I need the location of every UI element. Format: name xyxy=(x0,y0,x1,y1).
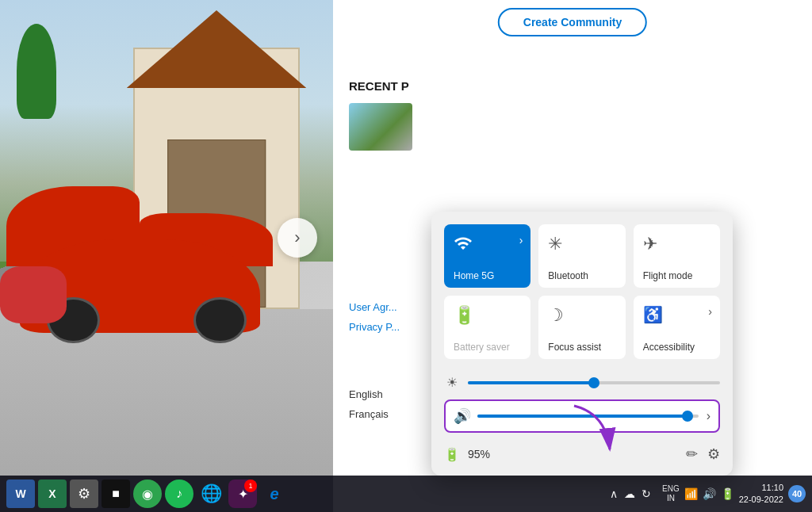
quick-settings-bottom-icons: ✏ ⚙ xyxy=(686,445,720,463)
settings-icon[interactable]: ⚙ xyxy=(70,480,98,508)
car-wheel-right xyxy=(193,297,247,344)
cloud-icon[interactable]: ☁ xyxy=(624,487,635,500)
volume-track[interactable] xyxy=(477,415,699,418)
taskbar-right: ∧ ☁ ↻ ENG IN 📶 🔊 🔋 11:10 22-09-2022 40 xyxy=(610,482,806,506)
settings-icon[interactable]: ⚙ xyxy=(707,445,720,463)
battery-saver-icon: 🔋 xyxy=(454,305,523,326)
edge-icon[interactable]: e xyxy=(260,480,289,508)
language-francais[interactable]: Français xyxy=(349,408,389,420)
battery-tray-icon[interactable]: 🔋 xyxy=(721,487,734,500)
clock[interactable]: 11:10 22-09-2022 xyxy=(739,482,783,506)
focus-assist-tile[interactable]: ☽ Focus assist xyxy=(538,296,625,359)
moon-icon: ☽ xyxy=(548,305,617,326)
accessibility-label: Accessibility xyxy=(643,342,712,353)
flight-mode-label: Flight mode xyxy=(643,270,712,281)
edit-icon[interactable]: ✏ xyxy=(686,445,698,463)
word-icon[interactable]: W xyxy=(6,480,35,508)
bluetooth-icon: ✳ xyxy=(548,234,617,254)
volume-fill xyxy=(477,415,688,418)
taskbar: W X ⚙ ■ ◉ ♪ 🌐 ✦ 1 e ∧ ☁ ↻ xyxy=(0,476,812,512)
battery-percentage: 95% xyxy=(468,448,490,460)
black-app-icon[interactable]: ■ xyxy=(102,480,130,508)
language-indicator[interactable]: ENG IN xyxy=(662,484,680,503)
volume-expand-icon[interactable]: › xyxy=(707,409,710,423)
thumbnail-image xyxy=(349,103,412,151)
circle-app-icon[interactable]: ◉ xyxy=(133,480,162,508)
volume-icon: 🔊 xyxy=(454,407,469,425)
tray-chevron-icon[interactable]: ∧ xyxy=(610,487,618,500)
sync-icon[interactable]: ↻ xyxy=(642,487,651,500)
taskbar-icons: W X ⚙ ■ ◉ ♪ 🌐 ✦ 1 e xyxy=(6,480,289,508)
wifi-icon xyxy=(454,234,523,258)
clock-time: 11:10 xyxy=(739,482,783,494)
system-tray: ∧ ☁ ↻ xyxy=(610,487,651,500)
brightness-icon: ☀ xyxy=(444,375,460,390)
clock-date: 22-09-2022 xyxy=(739,494,783,506)
accessibility-tile[interactable]: ♿ › Accessibility xyxy=(634,296,720,359)
accessibility-expand-icon: › xyxy=(708,305,712,318)
battery-saver-tile[interactable]: 🔋 Battery saver xyxy=(444,296,530,359)
battery-saver-label: Battery saver xyxy=(454,342,523,353)
brightness-fill xyxy=(468,381,594,384)
wifi-tile[interactable]: › Home 5G xyxy=(444,224,530,288)
brightness-thumb[interactable] xyxy=(588,377,599,388)
post-thumbnail xyxy=(349,103,412,151)
tree xyxy=(17,24,56,119)
volume-tray-icon[interactable]: 🔊 xyxy=(703,487,716,500)
brightness-track[interactable] xyxy=(468,381,720,384)
notification-count-badge[interactable]: 40 xyxy=(788,485,806,502)
volume-slider-row: 🔊 › xyxy=(444,399,720,433)
spotify-icon[interactable]: ♪ xyxy=(165,480,193,508)
focus-assist-label: Focus assist xyxy=(548,342,617,353)
wifi-tray-icon[interactable]: 📶 xyxy=(684,487,698,500)
create-community-button[interactable]: Create Community xyxy=(498,8,647,36)
flowers xyxy=(0,266,67,323)
quick-settings-grid: › Home 5G ✳ Bluetooth ✈ Flight mode 🔋 Ba… xyxy=(444,224,720,359)
volume-thumb[interactable] xyxy=(682,411,693,422)
battery-charging-icon: 🔋 xyxy=(444,447,460,462)
ground xyxy=(0,309,333,476)
next-arrow-button[interactable]: › xyxy=(278,218,317,258)
slack-icon[interactable]: ✦ 1 xyxy=(228,480,257,508)
privacy-policy-link[interactable]: Privacy P... xyxy=(349,321,400,333)
flight-mode-tile[interactable]: ✈ Flight mode xyxy=(634,224,720,288)
excel-icon[interactable]: X xyxy=(38,480,67,508)
quick-settings-panel: › Home 5G ✳ Bluetooth ✈ Flight mode 🔋 Ba… xyxy=(431,212,733,476)
chrome-icon[interactable]: 🌐 xyxy=(197,480,225,508)
brightness-slider-row: ☀ xyxy=(444,375,720,390)
bluetooth-tile[interactable]: ✳ Bluetooth xyxy=(538,224,625,288)
wifi-expand-icon: › xyxy=(519,234,523,246)
recent-posts-label: RECENT P xyxy=(349,79,409,93)
wifi-label: Home 5G xyxy=(454,270,523,281)
slack-badge: 1 xyxy=(244,480,257,492)
bluetooth-label: Bluetooth xyxy=(548,270,617,281)
car-image-section: B1DC85 › xyxy=(0,0,333,476)
user-agreement-link[interactable]: User Agr... xyxy=(349,301,397,313)
language-english[interactable]: English xyxy=(349,388,383,400)
battery-row: 🔋 95% ✏ ⚙ xyxy=(444,442,720,463)
flight-icon: ✈ xyxy=(643,234,712,254)
accessibility-icon: ♿ xyxy=(643,305,712,324)
